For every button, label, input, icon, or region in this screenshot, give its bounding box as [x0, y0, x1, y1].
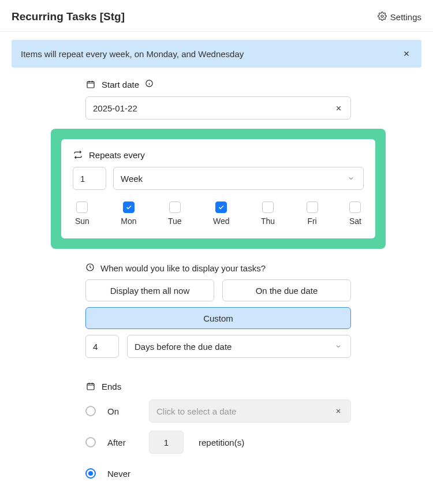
day-fri: Fri	[307, 201, 318, 226]
start-date-clear-button[interactable]	[333, 103, 344, 113]
display-custom-unit-select[interactable]: Days before the due date	[127, 335, 351, 358]
clock-icon	[85, 263, 95, 274]
svg-point-0	[381, 15, 383, 17]
repeats-label: Repeats every	[89, 150, 145, 160]
ends-radio-after[interactable]	[85, 437, 96, 447]
ends-on-date-input[interactable]: Click to select a date	[149, 400, 351, 423]
svg-rect-1	[87, 81, 94, 88]
day-thu: Thu	[261, 201, 275, 226]
ends-on-label: On	[107, 406, 137, 416]
day-wed: Wed	[213, 201, 230, 226]
repeats-label-row: Repeats every	[73, 150, 364, 160]
display-option-all-now[interactable]: Display them all now	[85, 279, 214, 301]
repeat-unit-value: Week	[121, 174, 346, 184]
day-sat: Sat	[349, 201, 361, 226]
day-label-wed: Wed	[213, 216, 230, 226]
day-label-thu: Thu	[261, 216, 275, 226]
start-date-label: Start date	[102, 80, 139, 89]
start-date-value: 2025-01-22	[93, 103, 333, 113]
repeat-unit-select[interactable]: Week	[113, 167, 364, 190]
repeat-icon	[73, 150, 83, 160]
day-label-mon: Mon	[121, 216, 136, 226]
day-checkbox-thu[interactable]	[262, 201, 274, 213]
day-checkbox-mon[interactable]	[123, 201, 135, 213]
chevron-down-icon	[346, 173, 356, 184]
display-option-on-due[interactable]: On the due date	[222, 279, 351, 301]
display-label-row: When would you like to display your task…	[85, 263, 351, 274]
day-mon: Mon	[121, 201, 136, 226]
settings-button[interactable]: Settings	[378, 12, 421, 23]
repeats-highlight-block: Repeats every 1 Week	[51, 129, 386, 249]
ends-label: Ends	[102, 382, 121, 391]
day-label-sat: Sat	[349, 216, 361, 226]
ends-radio-on[interactable]	[85, 406, 96, 416]
day-checkbox-sun[interactable]	[76, 201, 88, 213]
display-custom-count-value: 4	[93, 342, 111, 352]
display-option-custom[interactable]: Custom	[85, 307, 351, 329]
ends-on-placeholder: Click to select a date	[156, 406, 333, 416]
display-label: When would you like to display your task…	[100, 263, 266, 273]
ends-on-clear-button[interactable]	[333, 406, 344, 416]
info-banner: Items will repeat every week, on Monday,…	[12, 40, 421, 68]
display-custom-unit-value: Days before the due date	[135, 342, 333, 352]
day-checkbox-wed[interactable]	[215, 201, 227, 213]
ends-after-count-input[interactable]: 1	[149, 431, 184, 454]
ends-never-label: Never	[107, 469, 137, 479]
display-custom-count-input[interactable]: 4	[85, 335, 119, 358]
day-label-fri: Fri	[307, 216, 316, 226]
start-date-input[interactable]: 2025-01-22	[85, 96, 351, 120]
svg-rect-4	[87, 383, 94, 390]
calendar-icon	[85, 79, 96, 89]
header-bar: Recurring Tasks [Stg] Settings	[0, 0, 433, 32]
repeat-count-value: 1	[80, 174, 99, 184]
banner-text: Items will repeat every week, on Monday,…	[21, 49, 244, 59]
day-checkbox-tue[interactable]	[169, 201, 181, 213]
ends-after-label: After	[107, 438, 137, 447]
chevron-down-icon	[333, 341, 344, 352]
settings-label: Settings	[390, 12, 421, 22]
ends-radio-never[interactable]	[85, 468, 96, 479]
day-checkbox-sat[interactable]	[349, 201, 361, 213]
repeat-count-input[interactable]: 1	[73, 167, 106, 190]
ends-after-suffix: repetition(s)	[199, 438, 244, 447]
info-icon[interactable]	[145, 79, 154, 89]
day-sun: Sun	[75, 201, 89, 226]
day-tue: Tue	[168, 201, 182, 226]
start-date-label-row: Start date	[85, 79, 351, 89]
gear-icon	[378, 12, 387, 23]
weekday-selector: Sun Mon Tue Wed	[73, 201, 364, 226]
ends-label-row: Ends	[85, 381, 351, 391]
day-label-tue: Tue	[168, 216, 182, 226]
banner-close-button[interactable]	[401, 48, 412, 59]
page-title: Recurring Tasks [Stg]	[12, 10, 125, 23]
day-checkbox-fri[interactable]	[307, 201, 318, 213]
day-label-sun: Sun	[75, 216, 89, 226]
calendar-icon	[85, 381, 96, 391]
ends-after-count-value: 1	[164, 438, 169, 447]
